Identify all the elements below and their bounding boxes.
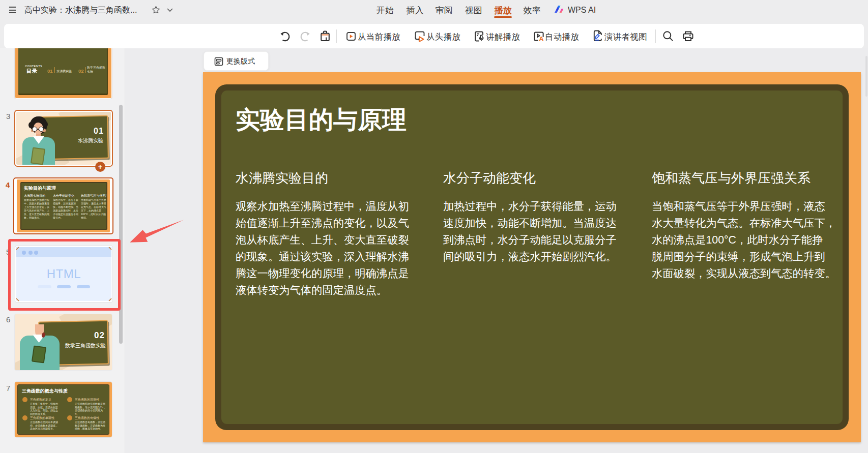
svg-text:A: A [539, 35, 544, 41]
